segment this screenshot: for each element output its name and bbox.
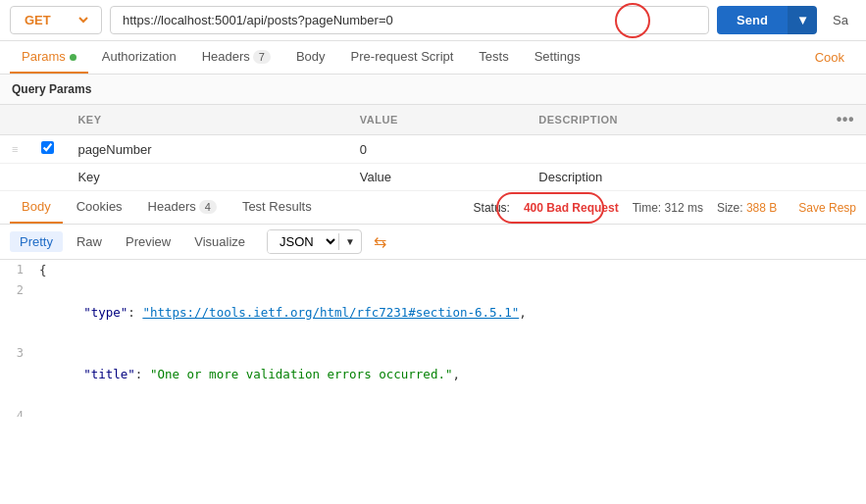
json-line-1: 1 { <box>0 260 866 280</box>
tab-headers[interactable]: Headers7 <box>190 41 282 74</box>
response-tab-bar: Body Cookies Headers4 Test Results Statu… <box>0 191 866 225</box>
json-line-3: 3 "title": "One or more validation error… <box>0 343 866 406</box>
param-description[interactable] <box>527 135 824 164</box>
url-input-wrapper <box>110 6 709 34</box>
row-checkbox[interactable] <box>41 141 54 154</box>
drag-handle-2 <box>0 164 29 191</box>
send-dropdown-button[interactable]: ▼ <box>788 6 817 34</box>
resp-tab-cookies[interactable]: Cookies <box>65 191 134 224</box>
resp-tab-test-results[interactable]: Test Results <box>230 191 324 224</box>
th-actions: ••• <box>825 105 866 135</box>
format-bar: Pretty Raw Preview Visualize JSON XML HT… <box>0 225 866 260</box>
response-time: Time: 312 ms <box>633 201 703 215</box>
tab-cookies[interactable]: Cook <box>803 42 856 73</box>
top-bar: GET POST PUT DELETE PATCH Send ▼ Sa <box>0 0 866 41</box>
th-check <box>29 105 66 135</box>
row-checkbox-cell[interactable] <box>29 135 66 164</box>
status-badge: 400 Bad Request <box>524 201 619 215</box>
query-params-title: Query Params <box>0 75 866 105</box>
format-select[interactable]: JSON XML HTML Text <box>268 230 338 253</box>
placeholder-description[interactable]: Description <box>527 164 824 191</box>
json-line-4: 4 "status": 400, <box>0 406 866 417</box>
json-line-2: 2 "type": "https://tools.ietf.org/html/r… <box>0 280 866 343</box>
send-button[interactable]: Send <box>717 6 788 34</box>
resp-tab-body[interactable]: Body <box>10 191 63 224</box>
placeholder-value[interactable]: Value <box>348 164 527 191</box>
th-drag <box>0 105 29 135</box>
tab-authorization[interactable]: Authorization <box>90 41 188 74</box>
tab-settings[interactable]: Settings <box>523 41 592 74</box>
more-icon: ••• <box>837 111 854 127</box>
fmt-preview-button[interactable]: Preview <box>116 231 180 252</box>
headers-badge: 7 <box>253 50 271 64</box>
method-selector[interactable]: GET POST PUT DELETE PATCH <box>10 6 102 34</box>
method-dropdown[interactable]: GET POST PUT DELETE PATCH <box>21 12 91 28</box>
tab-tests[interactable]: Tests <box>467 41 520 74</box>
resp-headers-badge: 4 <box>199 200 217 214</box>
params-table: KEY VALUE DESCRIPTION ••• ≡ pageNumber 0… <box>0 105 866 191</box>
placeholder-key[interactable]: Key <box>66 164 347 191</box>
th-value: VALUE <box>348 105 527 135</box>
tab-prerequest[interactable]: Pre-request Script <box>339 41 466 74</box>
response-status-area: Status: 400 Bad Request Time: 312 ms Siz… <box>474 201 856 215</box>
status-label: Status: <box>474 201 510 215</box>
param-key[interactable]: pageNumber <box>66 135 347 164</box>
wrap-icon[interactable]: ⇆ <box>374 232 386 251</box>
table-row: ≡ pageNumber 0 <box>0 135 866 164</box>
save-label: Sa <box>825 6 856 34</box>
table-header-row: KEY VALUE DESCRIPTION ••• <box>0 105 866 135</box>
param-value[interactable]: 0 <box>348 135 527 164</box>
response-size: Size: 388 B <box>717 201 777 215</box>
resp-tab-headers[interactable]: Headers4 <box>136 191 229 224</box>
send-btn-group: Send ▼ <box>717 6 817 34</box>
th-description: DESCRIPTION <box>527 105 824 135</box>
drag-handle: ≡ <box>0 135 29 164</box>
placeholder-check <box>29 164 66 191</box>
save-response-button[interactable]: Save Resp <box>798 201 856 215</box>
placeholder-actions <box>825 164 866 191</box>
fmt-visualize-button[interactable]: Visualize <box>184 231 255 252</box>
tab-params[interactable]: Params <box>10 41 88 74</box>
params-dot <box>70 54 76 61</box>
request-tab-bar: Params Authorization Headers7 Body Pre-r… <box>0 41 866 75</box>
tab-body[interactable]: Body <box>284 41 337 74</box>
format-select-arrow[interactable]: ▼ <box>338 233 361 250</box>
fmt-raw-button[interactable]: Raw <box>67 231 112 252</box>
th-key: KEY <box>66 105 347 135</box>
status-badge-wrapper: 400 Bad Request <box>524 201 619 215</box>
json-viewer[interactable]: 1 { 2 "type": "https://tools.ietf.org/ht… <box>0 260 866 417</box>
fmt-pretty-button[interactable]: Pretty <box>10 231 63 252</box>
row-actions <box>825 135 866 164</box>
table-row-placeholder: Key Value Description <box>0 164 866 191</box>
url-input[interactable] <box>110 6 709 34</box>
format-select-group[interactable]: JSON XML HTML Text ▼ <box>267 229 362 254</box>
